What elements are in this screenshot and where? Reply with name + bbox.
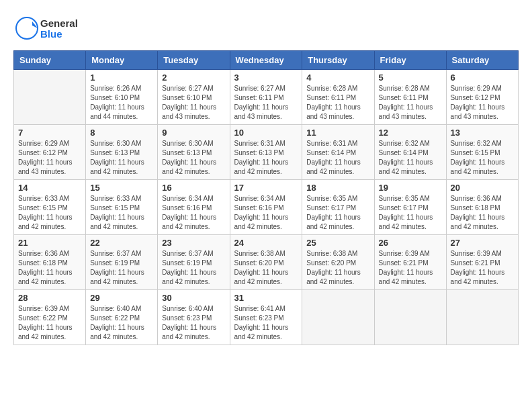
- day-number: 13: [451, 128, 514, 138]
- calendar-cell: 12Sunrise: 6:32 AMSunset: 6:14 PMDayligh…: [374, 125, 446, 180]
- day-number: 6: [451, 73, 514, 83]
- calendar-week-3: 14Sunrise: 6:33 AMSunset: 6:15 PMDayligh…: [14, 180, 519, 235]
- calendar-cell: 26Sunrise: 6:39 AMSunset: 6:21 PMDayligh…: [374, 235, 446, 290]
- day-info: Sunrise: 6:28 AMSunset: 6:11 PMDaylight:…: [306, 84, 369, 122]
- day-number: 22: [90, 238, 153, 248]
- day-info: Sunrise: 6:32 AMSunset: 6:14 PMDaylight:…: [379, 139, 442, 177]
- calendar-cell: 24Sunrise: 6:38 AMSunset: 6:20 PMDayligh…: [230, 235, 302, 290]
- day-info: Sunrise: 6:31 AMSunset: 6:13 PMDaylight:…: [234, 139, 298, 177]
- calendar-cell: 25Sunrise: 6:38 AMSunset: 6:20 PMDayligh…: [302, 235, 374, 290]
- day-info: Sunrise: 6:37 AMSunset: 6:19 PMDaylight:…: [90, 249, 153, 287]
- day-info: Sunrise: 6:32 AMSunset: 6:15 PMDaylight:…: [451, 139, 514, 177]
- page-header: GeneralBlue: [13, 13, 519, 44]
- calendar-cell: [446, 290, 518, 345]
- calendar-cell: 1Sunrise: 6:26 AMSunset: 6:10 PMDaylight…: [86, 70, 158, 125]
- calendar-cell: 17Sunrise: 6:34 AMSunset: 6:16 PMDayligh…: [230, 180, 302, 235]
- general-blue-logo: GeneralBlue: [13, 13, 101, 44]
- day-info: Sunrise: 6:38 AMSunset: 6:20 PMDaylight:…: [234, 249, 298, 287]
- calendar-week-5: 28Sunrise: 6:39 AMSunset: 6:22 PMDayligh…: [14, 290, 519, 345]
- day-info: Sunrise: 6:27 AMSunset: 6:10 PMDaylight:…: [162, 84, 225, 122]
- day-info: Sunrise: 6:37 AMSunset: 6:19 PMDaylight:…: [162, 249, 225, 287]
- calendar-cell: 16Sunrise: 6:34 AMSunset: 6:16 PMDayligh…: [158, 180, 230, 235]
- calendar-header-friday: Friday: [374, 51, 446, 70]
- day-number: 9: [162, 128, 225, 138]
- day-info: Sunrise: 6:27 AMSunset: 6:11 PMDaylight:…: [234, 84, 298, 122]
- day-info: Sunrise: 6:31 AMSunset: 6:14 PMDaylight:…: [306, 139, 369, 177]
- day-number: 1: [90, 73, 153, 83]
- day-number: 10: [234, 128, 298, 138]
- calendar-cell: 10Sunrise: 6:31 AMSunset: 6:13 PMDayligh…: [230, 125, 302, 180]
- calendar-cell: 7Sunrise: 6:29 AMSunset: 6:12 PMDaylight…: [14, 125, 86, 180]
- calendar-cell: 5Sunrise: 6:28 AMSunset: 6:11 PMDaylight…: [374, 70, 446, 125]
- calendar-cell: 8Sunrise: 6:30 AMSunset: 6:13 PMDaylight…: [86, 125, 158, 180]
- day-info: Sunrise: 6:41 AMSunset: 6:23 PMDaylight:…: [234, 304, 298, 342]
- day-number: 23: [162, 238, 225, 248]
- day-number: 21: [18, 238, 81, 248]
- calendar-cell: 6Sunrise: 6:29 AMSunset: 6:12 PMDaylight…: [446, 70, 518, 125]
- day-number: 30: [162, 293, 225, 303]
- day-number: 19: [379, 183, 442, 193]
- day-number: 15: [90, 183, 153, 193]
- day-info: Sunrise: 6:40 AMSunset: 6:23 PMDaylight:…: [162, 304, 225, 342]
- calendar-cell: 14Sunrise: 6:33 AMSunset: 6:15 PMDayligh…: [14, 180, 86, 235]
- calendar-header-wednesday: Wednesday: [230, 51, 302, 70]
- day-number: 29: [90, 293, 153, 303]
- calendar-header-monday: Monday: [86, 51, 158, 70]
- day-number: 11: [306, 128, 369, 138]
- svg-point-0: [16, 17, 38, 39]
- calendar-header-saturday: Saturday: [446, 51, 518, 70]
- day-number: 31: [234, 293, 298, 303]
- calendar-cell: 30Sunrise: 6:40 AMSunset: 6:23 PMDayligh…: [158, 290, 230, 345]
- day-number: 18: [306, 183, 369, 193]
- day-info: Sunrise: 6:34 AMSunset: 6:16 PMDaylight:…: [162, 194, 225, 232]
- calendar-cell: 27Sunrise: 6:39 AMSunset: 6:21 PMDayligh…: [446, 235, 518, 290]
- day-info: Sunrise: 6:38 AMSunset: 6:20 PMDaylight:…: [306, 249, 369, 287]
- calendar-week-4: 21Sunrise: 6:36 AMSunset: 6:18 PMDayligh…: [14, 235, 519, 290]
- day-number: 25: [306, 238, 369, 248]
- day-info: Sunrise: 6:26 AMSunset: 6:10 PMDaylight:…: [90, 84, 153, 122]
- day-number: 16: [162, 183, 225, 193]
- calendar-header-thursday: Thursday: [302, 51, 374, 70]
- calendar-cell: 15Sunrise: 6:33 AMSunset: 6:15 PMDayligh…: [86, 180, 158, 235]
- day-info: Sunrise: 6:39 AMSunset: 6:21 PMDaylight:…: [379, 249, 442, 287]
- calendar-table: SundayMondayTuesdayWednesdayThursdayFrid…: [13, 50, 519, 345]
- day-info: Sunrise: 6:35 AMSunset: 6:17 PMDaylight:…: [379, 194, 442, 232]
- calendar-cell: [302, 290, 374, 345]
- day-number: 4: [306, 73, 369, 83]
- day-number: 7: [18, 128, 81, 138]
- day-info: Sunrise: 6:36 AMSunset: 6:18 PMDaylight:…: [18, 249, 81, 287]
- calendar-cell: 13Sunrise: 6:32 AMSunset: 6:15 PMDayligh…: [446, 125, 518, 180]
- calendar-cell: 31Sunrise: 6:41 AMSunset: 6:23 PMDayligh…: [230, 290, 302, 345]
- calendar-cell: [374, 290, 446, 345]
- day-number: 26: [379, 238, 442, 248]
- day-info: Sunrise: 6:39 AMSunset: 6:21 PMDaylight:…: [451, 249, 514, 287]
- calendar-cell: 29Sunrise: 6:40 AMSunset: 6:22 PMDayligh…: [86, 290, 158, 345]
- svg-text:General: General: [40, 17, 78, 29]
- calendar-cell: 18Sunrise: 6:35 AMSunset: 6:17 PMDayligh…: [302, 180, 374, 235]
- day-number: 17: [234, 183, 298, 193]
- day-info: Sunrise: 6:28 AMSunset: 6:11 PMDaylight:…: [379, 84, 442, 122]
- svg-text:Blue: Blue: [40, 28, 62, 40]
- day-number: 3: [234, 73, 298, 83]
- calendar-cell: 2Sunrise: 6:27 AMSunset: 6:10 PMDaylight…: [158, 70, 230, 125]
- day-number: 12: [379, 128, 442, 138]
- calendar-cell: 3Sunrise: 6:27 AMSunset: 6:11 PMDaylight…: [230, 70, 302, 125]
- day-info: Sunrise: 6:30 AMSunset: 6:13 PMDaylight:…: [90, 139, 153, 177]
- day-info: Sunrise: 6:36 AMSunset: 6:18 PMDaylight:…: [451, 194, 514, 232]
- day-info: Sunrise: 6:29 AMSunset: 6:12 PMDaylight:…: [18, 139, 81, 177]
- calendar-header-row: SundayMondayTuesdayWednesdayThursdayFrid…: [14, 51, 519, 70]
- calendar-cell: 23Sunrise: 6:37 AMSunset: 6:19 PMDayligh…: [158, 235, 230, 290]
- day-info: Sunrise: 6:33 AMSunset: 6:15 PMDaylight:…: [18, 194, 81, 232]
- calendar-cell: 21Sunrise: 6:36 AMSunset: 6:18 PMDayligh…: [14, 235, 86, 290]
- calendar-cell: [14, 70, 86, 125]
- calendar-header-sunday: Sunday: [14, 51, 86, 70]
- day-info: Sunrise: 6:34 AMSunset: 6:16 PMDaylight:…: [234, 194, 298, 232]
- day-info: Sunrise: 6:30 AMSunset: 6:13 PMDaylight:…: [162, 139, 225, 177]
- day-number: 14: [18, 183, 81, 193]
- day-info: Sunrise: 6:29 AMSunset: 6:12 PMDaylight:…: [451, 84, 514, 122]
- day-number: 2: [162, 73, 225, 83]
- calendar-header-tuesday: Tuesday: [158, 51, 230, 70]
- day-number: 27: [451, 238, 514, 248]
- day-info: Sunrise: 6:35 AMSunset: 6:17 PMDaylight:…: [306, 194, 369, 232]
- calendar-week-1: 1Sunrise: 6:26 AMSunset: 6:10 PMDaylight…: [14, 70, 519, 125]
